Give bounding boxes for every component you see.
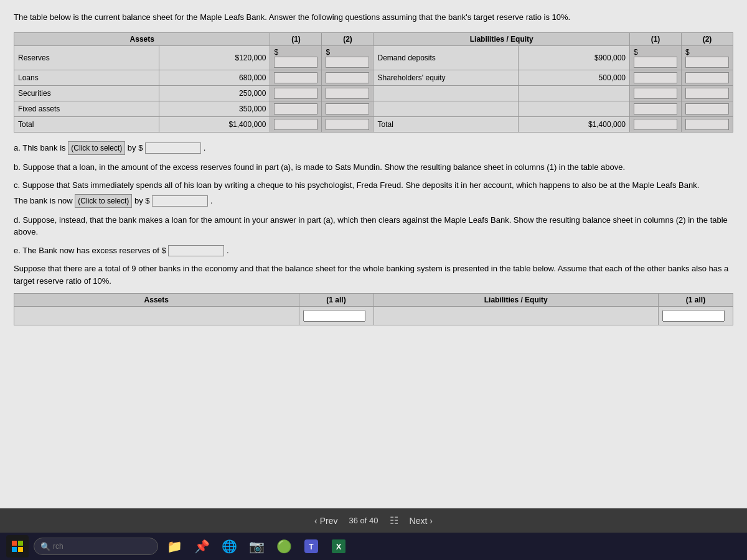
col2b-empty4-input[interactable] bbox=[685, 103, 729, 114]
question-e-text: e. The Bank now has excess reserves of $ bbox=[14, 246, 166, 255]
col1b-empty4-input[interactable] bbox=[634, 103, 677, 114]
question-a-by: by $ bbox=[128, 143, 143, 152]
question-c-input[interactable] bbox=[152, 195, 208, 207]
col2b-empty3-input[interactable] bbox=[685, 88, 729, 99]
total-assets-label: Total bbox=[14, 116, 159, 132]
bottom-col1-input[interactable] bbox=[303, 310, 365, 322]
grid-icon[interactable]: ☷ bbox=[390, 515, 398, 526]
taskbar-pin-icon[interactable]: 📌 bbox=[190, 535, 213, 558]
liability-demand-label: Demand deposits bbox=[374, 45, 519, 70]
search-bar[interactable]: 🔍 bbox=[34, 538, 158, 555]
chevron-right-icon: › bbox=[430, 516, 433, 526]
total-assets-amount: $1,400,000 bbox=[159, 116, 270, 132]
asset-loans-label: Loans bbox=[14, 70, 159, 85]
svg-text:T: T bbox=[309, 543, 314, 551]
col1-reserves-input[interactable] bbox=[274, 57, 317, 68]
col2b-demand-input[interactable] bbox=[685, 57, 729, 68]
col2-total-input[interactable] bbox=[326, 119, 369, 130]
question-a: a. This bank is (Click to select) by $ . bbox=[14, 141, 733, 155]
col2b-empty4-cell[interactable] bbox=[682, 101, 733, 116]
taskbar-app3-icon[interactable]: 🟢 bbox=[273, 535, 295, 558]
taskbar-app1-icon[interactable]: 🌐 bbox=[218, 535, 240, 558]
intro-text: The table below is the current balance s… bbox=[14, 12, 570, 22]
col1b-demand-cell[interactable]: $ bbox=[630, 45, 682, 70]
col1b-empty4-cell[interactable] bbox=[630, 101, 682, 116]
col1b-equity-cell[interactable] bbox=[630, 70, 682, 85]
question-a-dropdown[interactable]: (Click to select) bbox=[68, 141, 125, 155]
liability-equity-label: Shareholders' equity bbox=[374, 70, 519, 85]
col1-securities-input[interactable] bbox=[274, 88, 317, 99]
asset-reserves-amount: $120,000 bbox=[159, 45, 270, 70]
col2b-demand-cell[interactable]: $ bbox=[682, 45, 733, 70]
question-a-period: . bbox=[204, 143, 206, 152]
main-content: The table below is the current balance s… bbox=[0, 0, 747, 508]
svg-text:X: X bbox=[336, 542, 342, 551]
question-c-dropdown[interactable]: (Click to select) bbox=[75, 194, 132, 208]
liability-empty4-label bbox=[374, 101, 519, 116]
question-e-period: . bbox=[227, 246, 229, 255]
prev-button[interactable]: ‹ Prev bbox=[314, 516, 337, 526]
col2-securities-input[interactable] bbox=[326, 88, 369, 99]
col1-fixed-input[interactable] bbox=[274, 103, 317, 114]
question-c-by: by $ bbox=[134, 196, 150, 205]
prev-label: Prev bbox=[320, 516, 338, 526]
col2-securities-cell[interactable] bbox=[322, 85, 374, 101]
question-d-text: d. Suppose, instead, that the bank makes… bbox=[14, 215, 728, 237]
taskbar-excel-icon[interactable]: X bbox=[327, 535, 350, 558]
bottom-col1b-header: (1 all) bbox=[659, 294, 733, 307]
col1-fixed-cell[interactable] bbox=[270, 101, 322, 116]
col2-loans-input[interactable] bbox=[326, 72, 369, 83]
search-icon: 🔍 bbox=[40, 542, 50, 551]
col1-reserves-cell[interactable]: $ bbox=[270, 45, 322, 70]
col1-total-input[interactable] bbox=[274, 119, 317, 130]
col1b-empty3-cell[interactable] bbox=[630, 85, 682, 101]
svg-rect-0 bbox=[12, 541, 17, 546]
col1b-demand-input[interactable] bbox=[634, 57, 677, 68]
question-e-input[interactable] bbox=[168, 245, 224, 256]
col1-loans-input[interactable] bbox=[274, 72, 317, 83]
bottom-col1b-cell[interactable] bbox=[659, 307, 733, 325]
col1b-total-cell[interactable] bbox=[630, 116, 682, 132]
col2b-empty3-cell[interactable] bbox=[682, 85, 733, 101]
col2-reserves-cell[interactable]: $ bbox=[322, 45, 374, 70]
bottom-col1b-input[interactable] bbox=[662, 310, 725, 322]
col2-reserves-input[interactable] bbox=[326, 57, 369, 68]
asset-fixed-amount: 350,000 bbox=[159, 101, 270, 116]
question-c-text2: The bank is now bbox=[14, 196, 73, 205]
col2-fixed-input[interactable] bbox=[326, 103, 369, 114]
col2b-equity-cell[interactable] bbox=[682, 70, 733, 85]
taskbar-explorer-icon[interactable]: 📁 bbox=[163, 535, 186, 558]
question-c: c. Suppose that Sats immediately spends … bbox=[14, 179, 733, 208]
liabilities-header: Liabilities / Equity bbox=[374, 32, 630, 45]
col2b-equity-input[interactable] bbox=[685, 72, 729, 83]
taskbar-app2-icon[interactable]: 📷 bbox=[245, 535, 268, 558]
col1-total-cell[interactable] bbox=[270, 116, 322, 132]
taskbar-app4-icon[interactable]: T bbox=[300, 535, 322, 558]
bottom-table-row bbox=[14, 307, 733, 325]
col1b-total-input[interactable] bbox=[634, 119, 677, 130]
col1-securities-cell[interactable] bbox=[270, 85, 322, 101]
question-a-input[interactable] bbox=[145, 142, 201, 154]
windows-icon bbox=[12, 541, 23, 552]
current-page: 36 bbox=[349, 516, 357, 525]
bottom-assets-header: Assets bbox=[14, 294, 299, 307]
col1-loans-cell[interactable] bbox=[270, 70, 322, 85]
col1b-empty3-input[interactable] bbox=[634, 88, 677, 99]
col1b-header: (1) bbox=[630, 32, 682, 45]
col2-total-cell[interactable] bbox=[322, 116, 374, 132]
next-button[interactable]: Next › bbox=[410, 516, 433, 526]
col2-loans-cell[interactable] bbox=[322, 70, 374, 85]
excel-icon: X bbox=[332, 539, 345, 553]
col2b-total-input[interactable] bbox=[685, 119, 729, 130]
bottom-liabilities-header: Liabilities / Equity bbox=[374, 294, 659, 307]
search-input[interactable] bbox=[53, 542, 140, 551]
question-b-text: b. Suppose that a loan, in the amount of… bbox=[14, 162, 625, 172]
col2-fixed-cell[interactable] bbox=[322, 101, 374, 116]
windows-start-button[interactable] bbox=[6, 535, 29, 558]
question-f-text: Suppose that there are a total of 9 othe… bbox=[14, 264, 728, 286]
col2b-total-cell[interactable] bbox=[682, 116, 733, 132]
bottom-col1-cell[interactable] bbox=[299, 307, 374, 325]
question-d: d. Suppose, instead, that the bank makes… bbox=[14, 214, 733, 238]
assets-header: Assets bbox=[14, 32, 270, 45]
col1b-equity-input[interactable] bbox=[634, 72, 677, 83]
